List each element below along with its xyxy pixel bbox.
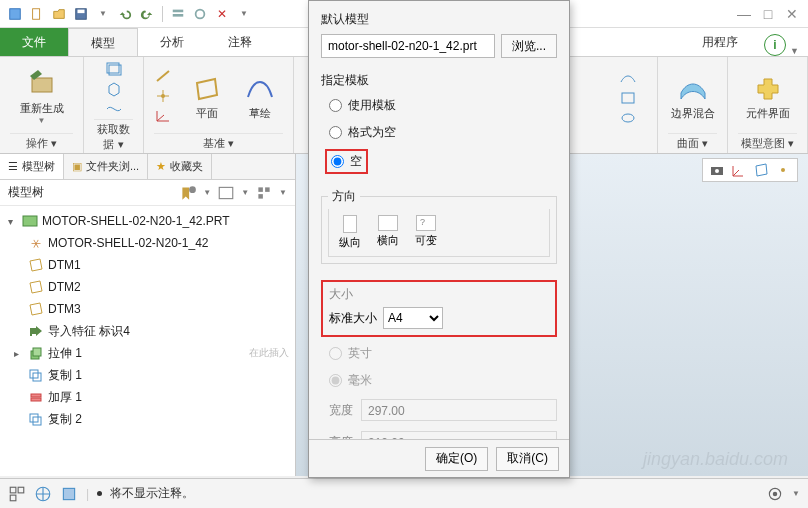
tree-item[interactable]: DTM1 xyxy=(0,254,295,276)
surf-icon[interactable] xyxy=(619,70,637,86)
camera-icon[interactable] xyxy=(709,162,725,178)
open-icon[interactable] xyxy=(50,5,68,23)
settings-icon[interactable] xyxy=(255,184,273,202)
undo-icon[interactable] xyxy=(116,5,134,23)
ok-button[interactable]: 确定(O) xyxy=(425,447,488,471)
view-toolbar xyxy=(702,158,798,182)
tree-icon[interactable] xyxy=(8,485,26,503)
show-icon[interactable] xyxy=(217,184,235,202)
tree-root[interactable]: ▾ MOTOR-SHELL-02-N20-1_42.PRT xyxy=(0,210,295,232)
chevron-down-icon[interactable]: ▼ xyxy=(235,5,253,23)
svg-point-6 xyxy=(196,9,205,18)
regen-button[interactable]: 重新生成 ▼ xyxy=(18,68,66,125)
tree-item[interactable]: DTM3 xyxy=(0,298,295,320)
close-button[interactable]: ✕ xyxy=(780,6,804,22)
svg-point-15 xyxy=(622,114,634,122)
size-select[interactable]: A4 xyxy=(383,307,443,329)
svg-rect-14 xyxy=(622,93,634,103)
svg-rect-24 xyxy=(30,370,38,378)
svg-line-10 xyxy=(157,71,169,81)
globe-icon[interactable] xyxy=(34,485,52,503)
orientation-landscape[interactable]: 横向 xyxy=(371,213,405,252)
orientation-variable[interactable]: ?可变 xyxy=(409,213,443,252)
wrap-icon[interactable] xyxy=(105,101,123,117)
svg-point-32 xyxy=(781,168,785,172)
layer-icon[interactable] xyxy=(60,485,78,503)
radio-empty[interactable]: 空 xyxy=(331,153,362,170)
minimize-button[interactable]: — xyxy=(732,6,756,22)
tab-annotate[interactable]: 注释 xyxy=(206,28,274,56)
section-default-model: 默认模型 xyxy=(321,11,557,28)
gear-icon[interactable] xyxy=(766,485,784,503)
svg-rect-34 xyxy=(18,487,24,493)
new-icon[interactable] xyxy=(28,5,46,23)
tree-item[interactable]: 复制 1 xyxy=(0,364,295,386)
highlight-size: 大小 标准大小 A4 xyxy=(321,280,557,337)
tab-app[interactable]: 用程序 xyxy=(680,28,760,56)
compif-button[interactable]: 元件界面 xyxy=(744,73,792,119)
tree-item[interactable]: DTM2 xyxy=(0,276,295,298)
plane-icon[interactable] xyxy=(753,162,769,178)
tab-analyze[interactable]: 分析 xyxy=(138,28,206,56)
save-icon[interactable] xyxy=(72,5,90,23)
tab-model[interactable]: 模型 xyxy=(68,28,138,56)
toolbar-icon[interactable] xyxy=(169,5,187,23)
orientation-portrait[interactable]: 纵向 xyxy=(333,213,367,252)
cube-icon[interactable] xyxy=(105,81,123,97)
surf-icon[interactable] xyxy=(619,90,637,106)
bullet-icon xyxy=(97,491,102,496)
surf-icon[interactable] xyxy=(619,110,637,126)
point-icon[interactable] xyxy=(154,88,172,104)
tab-folder[interactable]: ▣ 文件夹浏... xyxy=(64,154,148,179)
svg-rect-25 xyxy=(33,373,41,381)
point-icon[interactable] xyxy=(775,162,791,178)
tab-favorites[interactable]: ★ 收藏夹 xyxy=(148,154,212,179)
tree-item[interactable]: 导入特征 标识4 xyxy=(0,320,295,342)
tree-item[interactable]: 复制 2 xyxy=(0,408,295,430)
axes-icon[interactable] xyxy=(731,162,747,178)
part-icon xyxy=(22,214,38,228)
radio-inch: 英寸 xyxy=(321,343,557,364)
close-icon[interactable]: ✕ xyxy=(213,5,231,23)
folder-icon: ▣ xyxy=(72,160,82,173)
model-tree[interactable]: ▾ MOTOR-SHELL-02-N20-1_42.PRT ⚹ MOTOR-SH… xyxy=(0,206,295,476)
redo-icon[interactable] xyxy=(138,5,156,23)
chevron-down-icon[interactable]: ▼ xyxy=(94,5,112,23)
svg-rect-19 xyxy=(265,187,270,192)
tree-item[interactable]: ⚹ MOTOR-SHELL-02-N20-1_42 xyxy=(0,232,295,254)
svg-rect-37 xyxy=(63,488,74,499)
height-field: 210.00 xyxy=(361,431,557,439)
filter-icon[interactable] xyxy=(179,184,197,202)
import-icon xyxy=(28,324,44,338)
csys-icon[interactable] xyxy=(154,108,172,124)
app-icon xyxy=(6,5,24,23)
tab-file[interactable]: 文件 xyxy=(0,28,68,56)
chevron-down-icon[interactable]: ▼ xyxy=(790,46,808,56)
watermark: jingyan.baidu.com xyxy=(643,449,788,470)
browse-button[interactable]: 浏览... xyxy=(501,34,557,58)
model-name-input[interactable] xyxy=(321,34,495,58)
section-template: 指定模板 xyxy=(321,72,557,89)
boundary-button[interactable]: 边界混合 xyxy=(669,73,717,119)
tree-item[interactable]: ▸ 拉伸 1 在此插入 xyxy=(0,342,295,364)
svg-rect-1 xyxy=(33,8,40,19)
maximize-button[interactable]: □ xyxy=(756,6,780,22)
svg-rect-33 xyxy=(10,487,16,493)
tree-item[interactable]: 加厚 1 xyxy=(0,386,295,408)
radio-use-template[interactable]: 使用模板 xyxy=(321,95,557,116)
datum-icon xyxy=(28,302,44,316)
radio-mm: 毫米 xyxy=(321,370,557,391)
box-icon[interactable] xyxy=(105,61,123,77)
thicken-icon xyxy=(28,390,44,404)
width-field: 297.00 xyxy=(361,399,557,421)
axis-icon[interactable] xyxy=(154,68,172,84)
tab-model-tree[interactable]: ☰ 模型树 xyxy=(0,154,64,179)
section-orientation: 方向 xyxy=(328,188,360,205)
cancel-button[interactable]: 取消(C) xyxy=(496,447,559,471)
help-icon[interactable]: i xyxy=(764,34,786,56)
toolbar-icon[interactable] xyxy=(191,5,209,23)
radio-format-empty[interactable]: 格式为空 xyxy=(321,122,557,143)
sketch-button[interactable]: 草绘 xyxy=(238,73,284,119)
svg-rect-29 xyxy=(33,417,41,425)
plane-button[interactable]: 平面 xyxy=(184,73,230,119)
